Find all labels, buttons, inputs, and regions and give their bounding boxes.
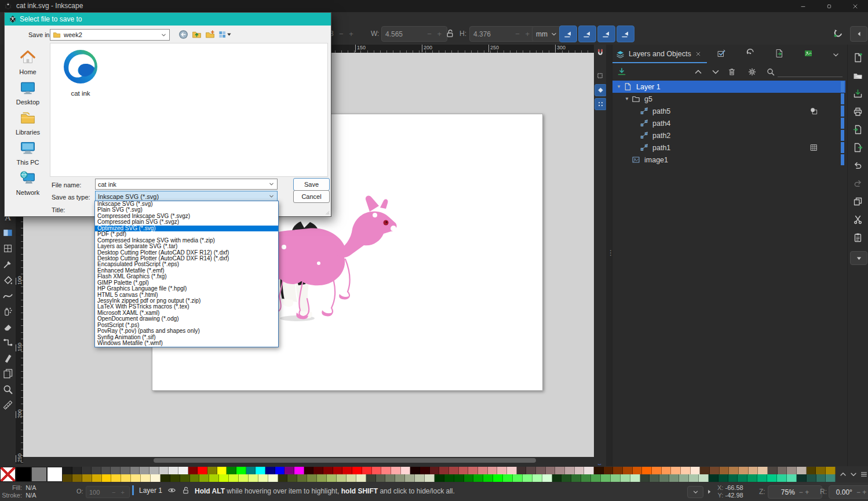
tool-eraser[interactable] <box>2 321 13 332</box>
opacity-field[interactable]: 100− + <box>86 486 130 498</box>
color-swatch[interactable] <box>337 474 347 482</box>
palette-chevron-up-button[interactable] <box>839 470 847 478</box>
paste-button[interactable] <box>853 233 863 242</box>
color-swatch[interactable] <box>82 474 92 482</box>
color-swatch[interactable] <box>209 474 219 482</box>
color-swatch[interactable] <box>671 467 681 474</box>
color-swatch[interactable] <box>313 467 323 474</box>
color-swatch[interactable] <box>623 467 633 474</box>
color-swatch[interactable] <box>161 474 170 482</box>
file-type-option[interactable]: Compressed plain SVG (*.svgz) <box>95 219 278 225</box>
color-swatch[interactable] <box>679 474 689 482</box>
row-highlight-bar[interactable] <box>841 118 844 129</box>
color-swatch[interactable] <box>275 467 285 474</box>
panel-chevron-up-button[interactable] <box>694 67 703 77</box>
color-swatch[interactable] <box>507 467 517 474</box>
color-swatch[interactable] <box>72 467 82 474</box>
tool-pages[interactable] <box>2 368 13 379</box>
file-type-option[interactable]: Layers as Separate SVG (*.tar) <box>95 244 278 249</box>
color-swatch[interactable] <box>552 474 562 482</box>
color-swatch[interactable] <box>473 474 483 482</box>
color-swatch[interactable] <box>709 474 719 482</box>
tree-row-path2[interactable]: path2 <box>612 129 862 141</box>
panel-gear-button[interactable] <box>747 67 757 77</box>
color-swatch[interactable] <box>366 474 376 482</box>
color-swatch[interactable] <box>249 474 258 482</box>
tool-dropper[interactable] <box>2 259 13 270</box>
tool-calligraphy[interactable] <box>2 353 13 364</box>
scale-gradient-toggle[interactable] <box>597 26 615 42</box>
tree-row-path4[interactable]: path4 <box>612 117 862 129</box>
color-swatch[interactable] <box>493 474 503 482</box>
color-swatch[interactable] <box>180 474 190 482</box>
color-swatch[interactable] <box>102 474 112 482</box>
file-type-option[interactable]: PDF (*.pdf) <box>95 231 278 237</box>
file-type-option[interactable]: PostScript (*.ps) <box>95 322 278 328</box>
fill-stroke-indicator[interactable]: Fill: N/A Stroke: N/A <box>1 484 36 499</box>
color-swatch[interactable] <box>542 474 552 482</box>
color-swatch[interactable] <box>199 474 209 482</box>
collapse-panel-button[interactable] <box>850 26 867 42</box>
color-swatch[interactable] <box>464 474 474 482</box>
color-swatch[interactable] <box>533 474 542 482</box>
color-swatch[interactable] <box>650 474 659 482</box>
color-swatch[interactable] <box>601 474 611 482</box>
color-swatch[interactable] <box>307 474 317 482</box>
color-swatch[interactable] <box>268 474 278 482</box>
place-libraries[interactable]: Libraries <box>9 109 46 136</box>
color-swatch[interactable] <box>188 467 198 474</box>
tool-spray[interactable] <box>2 306 13 317</box>
color-swatch[interactable] <box>444 474 454 482</box>
view-menu-button[interactable] <box>218 30 232 39</box>
cancel-button[interactable]: Cancel <box>293 190 330 203</box>
color-swatch[interactable] <box>63 474 72 482</box>
color-swatch[interactable] <box>278 474 288 482</box>
color-swatch[interactable] <box>719 474 728 482</box>
color-swatch[interactable] <box>797 467 807 474</box>
color-swatch[interactable] <box>659 474 669 482</box>
color-swatch[interactable] <box>121 467 130 474</box>
color-swatch[interactable] <box>111 467 121 474</box>
color-swatch[interactable] <box>256 467 265 474</box>
color-swatch[interactable] <box>787 474 797 482</box>
rotate-view-icon[interactable] <box>833 28 844 39</box>
color-swatch[interactable] <box>584 467 594 474</box>
file-type-option[interactable]: Plain SVG (*.svg) <box>95 207 278 213</box>
color-swatch[interactable] <box>633 467 643 474</box>
color-swatch[interactable] <box>317 474 327 482</box>
color-swatch[interactable] <box>170 474 180 482</box>
tool-mesh[interactable] <box>2 243 13 254</box>
color-swatch[interactable] <box>777 474 787 482</box>
color-swatch[interactable] <box>449 467 459 474</box>
color-swatch[interactable] <box>198 467 207 474</box>
maximize-button[interactable] <box>816 0 842 12</box>
dialog-resize-grip-icon[interactable] <box>324 209 330 215</box>
color-swatch[interactable] <box>63 467 72 474</box>
tab-pen-check-icon[interactable] <box>717 49 726 58</box>
file-type-option[interactable]: PovRay (*.pov) (paths and shapes only) <box>95 328 278 334</box>
color-swatch[interactable] <box>111 474 121 482</box>
current-layer-label[interactable]: Layer 1 <box>139 487 162 495</box>
color-swatch[interactable] <box>391 467 401 474</box>
color-swatch[interactable] <box>285 467 294 474</box>
color-swatch[interactable] <box>513 474 523 482</box>
color-swatch[interactable] <box>207 467 217 474</box>
save-button[interactable] <box>853 89 863 99</box>
color-swatch[interactable] <box>92 467 101 474</box>
file-type-option[interactable]: Compressed Inkscape SVG with media (*.zi… <box>95 238 278 244</box>
row-highlight-bar[interactable] <box>841 93 844 104</box>
scale-stroke-toggle[interactable] <box>559 26 577 42</box>
redo-button[interactable] <box>853 179 863 188</box>
panel-menu-chevron-icon[interactable] <box>832 51 840 59</box>
color-swatch[interactable] <box>356 474 366 482</box>
color-swatch[interactable] <box>159 467 169 474</box>
save-button[interactable]: Save <box>293 178 330 191</box>
color-swatch[interactable] <box>435 474 444 482</box>
tool-tweak[interactable] <box>2 290 13 301</box>
color-swatch[interactable] <box>826 474 836 482</box>
color-swatch[interactable] <box>227 467 236 474</box>
color-swatch[interactable] <box>372 467 382 474</box>
color-swatch[interactable] <box>236 467 246 474</box>
file-list-area[interactable]: cat ink <box>50 43 328 177</box>
file-item[interactable]: cat ink <box>59 48 103 97</box>
